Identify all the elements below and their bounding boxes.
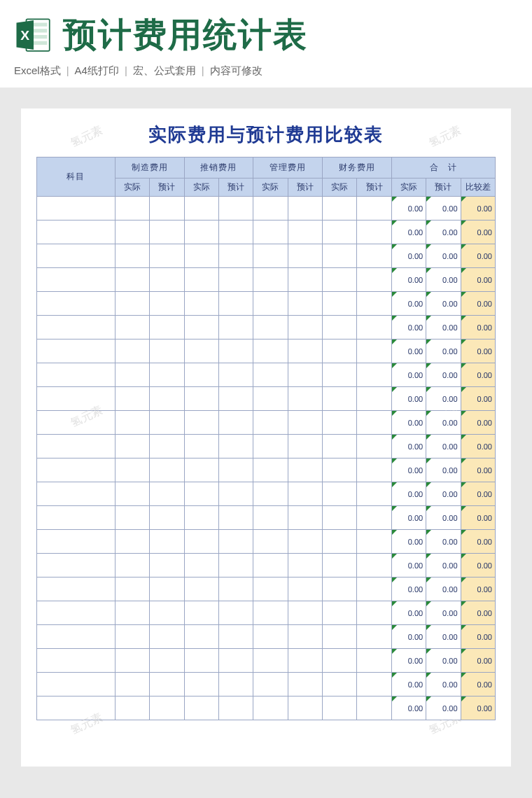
- table-cell: [115, 363, 149, 387]
- table-cell: [288, 649, 322, 673]
- table-cell: [115, 458, 149, 482]
- table-cell: [288, 340, 322, 363]
- table-row: 0.000.000.00: [37, 363, 496, 387]
- table-cell: 0.00: [426, 435, 461, 458]
- table-cell: 0.00: [426, 601, 461, 625]
- table-row: 0.000.000.00: [37, 411, 496, 435]
- meta-item: A4纸打印: [75, 64, 119, 78]
- table-cell: [357, 220, 391, 244]
- table-cell: [150, 649, 184, 673]
- table-cell: [150, 625, 184, 649]
- col-group: 财务费用: [323, 158, 392, 178]
- table-cell: [218, 458, 253, 482]
- table-cell: 0.00: [426, 340, 461, 363]
- table-cell: 0.00: [461, 316, 495, 340]
- table-cell: [288, 268, 322, 292]
- table-cell: [150, 316, 184, 340]
- table-row: 0.000.000.00: [37, 482, 496, 506]
- table-cell: 0.00: [391, 220, 426, 244]
- table-cell: 0.00: [426, 673, 461, 696]
- table-cell: [184, 340, 218, 363]
- table-row: 0.000.000.00: [37, 220, 496, 244]
- col-sub: 实际: [323, 178, 357, 197]
- table-cell: [115, 197, 149, 220]
- table-cell: [184, 435, 218, 458]
- meta-item: 内容可修改: [210, 64, 262, 78]
- table-cell: [115, 482, 149, 506]
- table-cell: [323, 506, 357, 530]
- table-cell: [357, 316, 391, 340]
- col-sub: 预计: [288, 178, 322, 197]
- table-cell: [184, 197, 218, 220]
- table-cell: [288, 625, 322, 649]
- table-cell: 0.00: [461, 411, 495, 435]
- table-cell: 0.00: [426, 649, 461, 673]
- table-cell: [184, 411, 218, 435]
- table-row: 0.000.000.00: [37, 244, 496, 268]
- table-cell: [253, 458, 288, 482]
- sheet-title: 实际费用与预计费用比较表: [36, 122, 496, 147]
- table-cell: [323, 220, 357, 244]
- table-cell: [115, 530, 149, 554]
- table-cell: [115, 387, 149, 411]
- table-header: 科目 制造费用 推销费用 管理费用 财务费用 合 计 实际 预计 实际 预计 实…: [37, 158, 496, 197]
- table-cell: [115, 649, 149, 673]
- col-group: 管理费用: [253, 158, 323, 178]
- table-cell: [218, 268, 253, 292]
- col-subject: 科目: [37, 158, 115, 197]
- table-cell: [323, 435, 357, 458]
- table-cell: [115, 244, 149, 268]
- table-cell: [218, 411, 253, 435]
- col-sub: 预计: [426, 178, 461, 197]
- table-cell: 0.00: [391, 482, 426, 506]
- table-cell: 0.00: [391, 411, 426, 435]
- table-cell: [150, 268, 184, 292]
- table-cell: [150, 482, 184, 506]
- table-cell: 0.00: [461, 268, 495, 292]
- table-cell: 0.00: [461, 244, 495, 268]
- table-cell: [218, 578, 253, 601]
- table-cell: [218, 363, 253, 387]
- table-cell: 0.00: [426, 411, 461, 435]
- table-cell: [218, 696, 253, 720]
- table-cell: 0.00: [426, 292, 461, 316]
- table-cell: [37, 482, 115, 506]
- col-sub: 预计: [150, 178, 184, 197]
- table-cell: [37, 649, 115, 673]
- table-cell: [323, 482, 357, 506]
- col-sub: 实际: [115, 178, 149, 197]
- table-cell: 0.00: [391, 197, 426, 220]
- table-cell: [253, 696, 288, 720]
- table-cell: 0.00: [461, 530, 495, 554]
- table-cell: 0.00: [426, 625, 461, 649]
- table-cell: [184, 387, 218, 411]
- table-row: 0.000.000.00: [37, 458, 496, 482]
- table-cell: 0.00: [426, 220, 461, 244]
- table-cell: [218, 197, 253, 220]
- table-cell: [218, 530, 253, 554]
- table-cell: [184, 482, 218, 506]
- table-cell: [37, 458, 115, 482]
- table-cell: [37, 554, 115, 578]
- col-group: 推销费用: [184, 158, 253, 178]
- table-cell: 0.00: [426, 554, 461, 578]
- table-cell: [150, 601, 184, 625]
- table-cell: [253, 578, 288, 601]
- table-cell: [150, 244, 184, 268]
- table-cell: 0.00: [426, 268, 461, 292]
- table-cell: [184, 268, 218, 292]
- table-cell: 0.00: [391, 340, 426, 363]
- excel-sheet-preview: 氢元素 氢元素 氢元素 氢元素 氢元素 氢元素 实际费用与预计费用比较表 科目 …: [21, 108, 511, 766]
- page-title: 预计费用统计表: [63, 13, 308, 57]
- table-cell: [253, 625, 288, 649]
- table-cell: [37, 316, 115, 340]
- table-cell: [357, 625, 391, 649]
- table-cell: 0.00: [391, 292, 426, 316]
- table-cell: [37, 506, 115, 530]
- table-cell: [357, 363, 391, 387]
- table-cell: [184, 554, 218, 578]
- table-cell: [218, 554, 253, 578]
- table-cell: [323, 268, 357, 292]
- table-cell: [253, 649, 288, 673]
- table-cell: [184, 601, 218, 625]
